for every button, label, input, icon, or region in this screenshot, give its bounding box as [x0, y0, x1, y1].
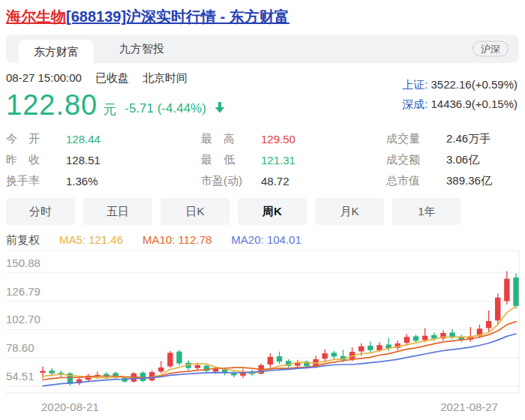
index-shenzhen-label: 深成:: [402, 98, 428, 110]
period-tab-five-day[interactable]: 五日: [83, 198, 152, 225]
candle-up: [268, 357, 273, 364]
candle-up: [504, 279, 509, 302]
stat-label: 最 低: [201, 153, 261, 167]
stat-value: 129.50: [261, 133, 296, 146]
index-shanghai-value: 3522.16(+0.59%): [430, 78, 518, 91]
stat-value: 389.36亿: [446, 174, 492, 188]
stat-label: 今 开: [6, 132, 66, 146]
candle-down: [413, 336, 418, 340]
index-shenzhen-value: 14436.9(+0.15%): [430, 98, 518, 110]
candle-up: [322, 353, 327, 358]
candle-up: [195, 365, 200, 368]
stat-label: 最 高: [201, 132, 261, 146]
ma-legend-ma20: MA20: 104.01: [231, 233, 301, 247]
tab-jiufang[interactable]: 九方智投: [104, 34, 179, 63]
page-title-rest: [688139]沪深实时行情 - 东方财富: [66, 8, 290, 25]
y-axis-label: 54.51: [6, 370, 34, 382]
stat-row-pe: 市盈(动) 48.72: [201, 170, 309, 191]
period-tab-monthly-k[interactable]: 月K: [315, 198, 384, 225]
candle-down: [513, 278, 518, 306]
price-change: -5.71 (-4.44%): [124, 101, 206, 116]
price-row: 122.80 元 -5.71 (-4.44%): [6, 88, 226, 122]
market-badge: 沪深: [472, 41, 508, 57]
candle-down: [49, 370, 54, 374]
period-tabbar: 分时五日日K周K月K1年: [0, 191, 525, 225]
y-axis-label: 150.88: [6, 256, 40, 269]
tab-eastmoney[interactable]: 东方财富: [19, 40, 94, 63]
adjust-mode-label[interactable]: 前复权: [6, 233, 40, 247]
stat-value: 128.51: [66, 154, 100, 166]
y-axis-label: 126.79: [6, 285, 40, 298]
stat-label: 市盈(动): [201, 174, 261, 188]
ma-legend: MA5: 121.46MA10: 112.78MA20: 104.01: [59, 233, 302, 247]
stat-label: 昨 收: [6, 153, 66, 167]
source-tabbar: 东方财富 九方智投 沪深: [6, 34, 519, 63]
stat-value: 3.06亿: [446, 153, 479, 167]
quote-header: 08-27 15:00:00 已收盘 北京时间 122.80 元 -5.71 (…: [0, 63, 525, 122]
candle-up: [167, 352, 172, 366]
candle-down: [277, 356, 282, 362]
period-tab-daily-k[interactable]: 日K: [160, 198, 230, 225]
period-tab-weekly-k[interactable]: 周K: [238, 198, 307, 225]
candle-down: [176, 352, 182, 364]
index-shanghai-label: 上证:: [402, 78, 428, 91]
stats-grid: 今 开 128.44 昨 收 128.51 换手率 1.36% 最 高 129.…: [0, 122, 525, 191]
candle-up: [158, 368, 164, 371]
y-axis-label: 78.60: [6, 341, 34, 354]
stat-row-turnover-rate: 换手率 1.36%: [6, 170, 135, 191]
down-arrow-icon: [213, 100, 226, 117]
current-price: 122.80: [6, 89, 98, 122]
quote-timezone: 北京时间: [142, 70, 188, 86]
candle-up: [358, 346, 364, 352]
stat-row-prev-close: 昨 收 128.51: [6, 149, 135, 170]
market-indices: 上证: 3522.16(+0.59%) 深成: 14436.9(+0.15%): [402, 70, 519, 122]
x-axis-start-date: 2020-08-21: [41, 400, 99, 413]
stat-label: 总市值: [386, 174, 446, 188]
ma-legend-ma10: MA10: 112.78: [142, 233, 212, 247]
stat-value: 128.44: [66, 133, 100, 146]
stat-label: 换手率: [6, 174, 66, 188]
stat-label: 成交额: [386, 153, 446, 167]
price-unit: 元: [103, 100, 116, 118]
stat-row-high: 最 高 129.50: [201, 128, 309, 149]
quote-status: 已收盘: [95, 70, 129, 86]
volume-pane-header: 成交量 (手) 23.55万: [0, 416, 525, 420]
candle-up: [404, 337, 410, 343]
candle-up: [486, 321, 491, 328]
x-axis-labels: 2020-08-21 2021-08-27: [0, 398, 525, 416]
candle-up: [422, 336, 428, 340]
stat-value: 121.31: [261, 154, 296, 166]
page-title-link[interactable]: 海尔生物[688139]沪深实时行情 - 东方财富: [0, 0, 525, 29]
stat-value: 2.46万手: [446, 132, 490, 146]
stat-value: 1.36%: [66, 175, 98, 188]
ma-legend-row: 前复权 MA5: 121.46MA10: 112.78MA20: 104.01: [0, 225, 525, 247]
index-shenzhen[interactable]: 深成: 14436.9(+0.15%): [402, 94, 518, 114]
quote-time-row: 08-27 15:00:00 已收盘 北京时间: [6, 70, 226, 86]
candle-down: [332, 352, 337, 356]
candle-up: [495, 298, 500, 321]
period-tab-one-year[interactable]: 1年: [392, 198, 461, 225]
index-shanghai[interactable]: 上证: 3522.16(+0.59%): [402, 75, 518, 94]
stat-row-open: 今 开 128.44: [6, 128, 135, 149]
kline-chart[interactable]: 150.88126.79102.7078.6054.51: [0, 248, 525, 398]
stat-label: 成交量: [386, 132, 446, 146]
candle-down: [140, 373, 146, 381]
period-tab-minute[interactable]: 分时: [6, 198, 75, 225]
quote-datetime: 08-27 15:00:00: [6, 70, 82, 86]
x-axis-end-date: 2021-08-27: [440, 400, 498, 413]
ma-legend-ma5: MA5: 121.46: [59, 233, 123, 247]
stat-row-low: 最 低 121.31: [201, 149, 309, 170]
candle-down: [368, 346, 373, 350]
candle-up: [40, 371, 45, 373]
stat-row-market-cap: 总市值 389.36亿: [386, 170, 518, 191]
stat-row-amount: 成交额 3.06亿: [386, 149, 518, 170]
stat-row-volume: 成交量 2.46万手: [386, 128, 518, 149]
stat-value: 48.72: [261, 175, 290, 188]
page-title-stock-name: 海尔生物: [6, 8, 66, 25]
y-axis-label: 102.70: [6, 313, 40, 326]
